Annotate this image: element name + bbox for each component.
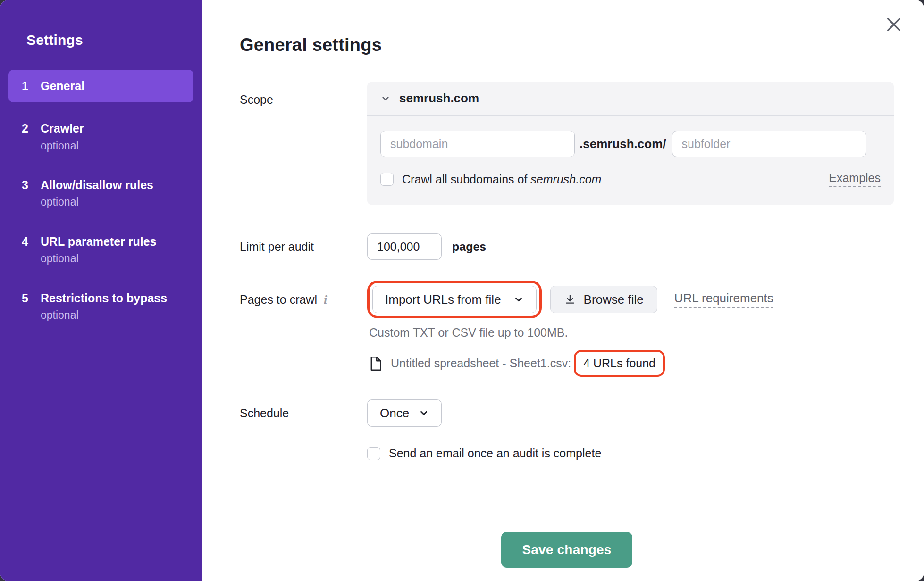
sidebar-item-number: 2 — [22, 121, 41, 136]
file-icon — [369, 356, 382, 371]
sidebar-item-optional-tag: optional — [41, 252, 189, 266]
pages-source-select[interactable]: Import URLs from file — [372, 286, 537, 313]
email-notification-label: Send an email once an audit is complete — [389, 447, 601, 460]
sidebar-item-number: 1 — [22, 79, 41, 93]
save-changes-button[interactable]: Save changes — [501, 532, 632, 568]
examples-link[interactable]: Examples — [829, 171, 881, 187]
limit-per-audit-input[interactable] — [367, 233, 442, 260]
sidebar-title: Settings — [26, 32, 202, 48]
pages-to-crawl-label: Pages to crawl i — [240, 281, 367, 307]
uploaded-file-row: Untitled spreadsheet - Sheet1.csv: 4 URL… — [369, 350, 894, 377]
sidebar-item-number: 4 — [22, 234, 41, 249]
sidebar-item-crawler[interactable]: 2 Crawler optional — [8, 115, 193, 159]
sidebar-item-optional-tag: optional — [41, 196, 189, 209]
schedule-select-value: Once — [380, 406, 409, 421]
urls-found-text: 4 URLs found — [583, 357, 655, 370]
sidebar-item-label: Crawler — [41, 121, 189, 136]
settings-sidebar: Settings 1 General 2 Crawler optional 3 … — [0, 0, 202, 581]
annotation-ring-source-select: Import URLs from file — [367, 281, 542, 318]
url-requirements-link[interactable]: URL requirements — [674, 291, 773, 308]
scope-body: .semrush.com/ Crawl all subdomains of se… — [367, 116, 894, 205]
chevron-down-icon — [419, 408, 429, 418]
sidebar-item-label: Allow/disallow rules — [41, 178, 189, 192]
email-notification-checkbox[interactable] — [367, 447, 380, 460]
close-button[interactable] — [882, 12, 906, 37]
crawl-all-subdomains-label: Crawl all subdomains of semrush.com — [402, 173, 601, 186]
pages-source-select-value: Import URLs from file — [385, 292, 501, 307]
email-notification-row: . Send an email once an audit is complet… — [240, 447, 894, 460]
limit-per-audit-row: Limit per audit pages — [240, 233, 894, 260]
scope-expander[interactable]: semrush.com — [367, 82, 894, 116]
page-title: General settings — [240, 35, 894, 55]
sidebar-item-general[interactable]: 1 General — [8, 70, 193, 102]
modal-footer: Save changes — [240, 532, 894, 568]
pages-to-crawl-row: Pages to crawl i Import URLs from file — [240, 281, 894, 377]
sidebar-nav: 1 General 2 Crawler optional 3 Allow/dis… — [0, 70, 202, 329]
subdomain-input[interactable] — [380, 131, 575, 157]
scope-row: Scope semrush.com .semru — [240, 82, 894, 205]
sidebar-item-label: URL parameter rules — [41, 234, 189, 249]
sidebar-item-allow-disallow-rules[interactable]: 3 Allow/disallow rules optional — [8, 171, 193, 216]
crawl-all-domain: semrush.com — [530, 173, 601, 186]
annotation-ring-urls-found: 4 URLs found — [574, 350, 665, 377]
general-settings-panel: General settings Scope semrush.com — [202, 0, 924, 581]
download-icon — [564, 293, 576, 306]
chevron-down-icon — [380, 93, 391, 104]
sidebar-item-url-parameter-rules[interactable]: 4 URL parameter rules optional — [8, 228, 193, 272]
sidebar-item-label: General — [41, 79, 189, 93]
crawl-all-subdomains-checkbox[interactable] — [380, 173, 394, 186]
domain-suffix: .semrush.com/ — [580, 137, 666, 151]
limit-per-audit-label: Limit per audit — [240, 240, 367, 254]
sidebar-item-restrictions-to-bypass[interactable]: 5 Restrictions to bypass optional — [8, 284, 193, 329]
info-icon[interactable]: i — [324, 293, 327, 307]
sidebar-item-optional-tag: optional — [41, 309, 189, 322]
settings-modal: Settings 1 General 2 Crawler optional 3 … — [0, 0, 924, 581]
close-icon — [884, 15, 904, 34]
sidebar-item-optional-tag: optional — [41, 140, 189, 153]
limit-unit-label: pages — [452, 240, 486, 254]
browse-file-label: Browse file — [584, 292, 644, 307]
sidebar-item-number: 3 — [22, 178, 41, 192]
uploaded-file-name: Untitled spreadsheet - Sheet1.csv: — [391, 357, 571, 370]
schedule-select[interactable]: Once — [367, 399, 442, 427]
browse-file-button[interactable]: Browse file — [550, 286, 657, 313]
sidebar-item-number: 5 — [22, 291, 41, 306]
schedule-label: Schedule — [240, 407, 367, 420]
chevron-down-icon — [513, 294, 524, 305]
scope-panel: semrush.com .semrush.com/ Crawl all subd… — [367, 82, 894, 205]
subfolder-input[interactable] — [672, 131, 866, 157]
schedule-row: Schedule Once — [240, 399, 894, 427]
sidebar-item-label: Restrictions to bypass — [41, 291, 189, 306]
scope-domain: semrush.com — [399, 91, 479, 106]
file-helper-text: Custom TXT or CSV file up to 100MB. — [369, 326, 894, 340]
scope-label: Scope — [240, 82, 367, 107]
